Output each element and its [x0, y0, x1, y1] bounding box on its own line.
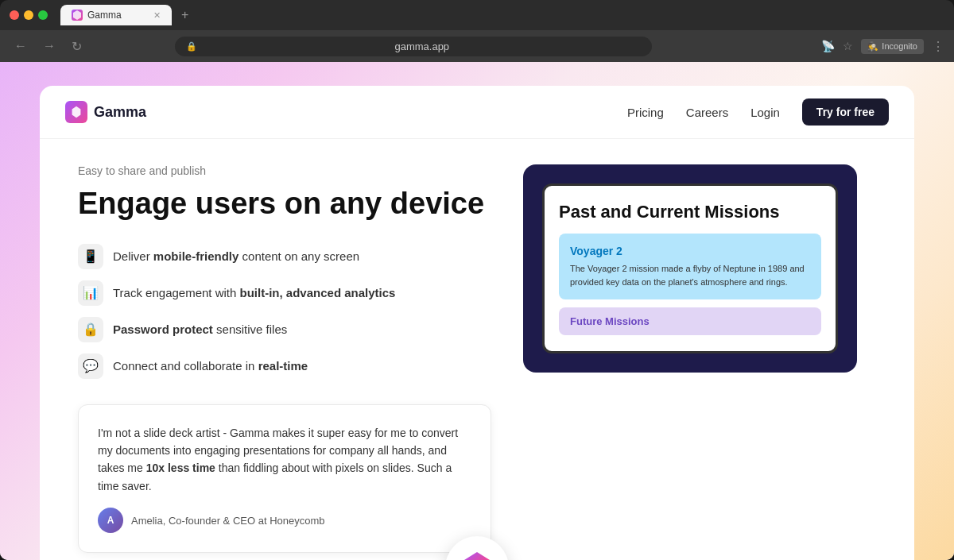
future-card: Future Missions [559, 307, 821, 335]
tab-title: Gamma [87, 10, 122, 21]
feature-text-analytics: Track engagement with built-in, advanced… [113, 286, 395, 299]
eyebrow-text: Easy to share and publish [78, 164, 491, 177]
testimonial-bold: 10x less time [146, 462, 215, 474]
main-heading: Engage users on any device [78, 187, 491, 222]
active-tab[interactable]: Gamma ✕ [60, 5, 172, 25]
voyager-card: Voyager 2 The Voyager 2 mission made a f… [559, 234, 821, 299]
incognito-badge: 🕵️ Incognito [861, 39, 924, 54]
incognito-icon: 🕵️ [867, 41, 878, 52]
author-avatar: A [98, 508, 123, 533]
testimonial-author: A Amelia, Co-founder & CEO at Honeycomb [98, 508, 471, 533]
testimonial-card: I'm not a slide deck artist - Gamma make… [78, 404, 491, 554]
bottom-logo-icon [455, 546, 499, 560]
bottom-logo [445, 536, 509, 560]
toolbar-right: 📡 ☆ 🕵️ Incognito ⋮ [821, 39, 944, 54]
cast-icon[interactable]: 📡 [821, 40, 835, 52]
tab-close-icon[interactable]: ✕ [153, 10, 161, 21]
chat-icon: 💬 [78, 353, 103, 379]
try-for-free-button[interactable]: Try for free [802, 98, 889, 126]
tablet-screen: Past and Current Missions Voyager 2 The … [545, 186, 836, 351]
nav-links: Pricing Careers Login Try for free [627, 98, 889, 126]
feature-list: 📱 Deliver mobile-friendly content on any… [78, 244, 491, 379]
voyager-title: Voyager 2 [570, 245, 810, 257]
testimonial-text: I'm not a slide deck artist - Gamma make… [98, 424, 471, 496]
phone-icon: 📱 [78, 244, 103, 269]
presentation-title: Past and Current Missions [559, 202, 821, 222]
logo[interactable]: Gamma [65, 101, 146, 123]
feature-item-analytics: 📊 Track engagement with built-in, advanc… [78, 280, 491, 306]
author-name: Amelia, Co-founder & CEO at Honeycomb [131, 515, 325, 527]
bottom-logo-container [445, 536, 509, 560]
url-display: gamma.app [204, 41, 641, 52]
minimize-button[interactable] [24, 10, 33, 20]
logo-icon [65, 101, 87, 123]
feature-text-mobile: Deliver mobile-friendly content on any s… [113, 249, 359, 263]
tablet-mockup: Past and Current Missions Voyager 2 The … [542, 183, 838, 353]
back-button[interactable]: ← [10, 36, 32, 56]
browser-toolbar: ← → ↻ 🔒 gamma.app 📡 ☆ 🕵️ Incognito ⋮ [0, 30, 954, 62]
feature-text-password: Password protect sensitive files [113, 322, 287, 336]
main-section: Easy to share and publish Engage users o… [40, 139, 914, 560]
site-nav: Gamma Pricing Careers Login Try for free [40, 86, 914, 139]
forward-button[interactable]: → [38, 36, 60, 56]
future-title: Future Missions [570, 315, 810, 327]
chart-icon: 📊 [78, 280, 103, 306]
logo-text: Gamma [94, 104, 146, 121]
feature-item-collaborate: 💬 Connect and collaborate in real-time [78, 353, 491, 379]
tab-bar: Gamma ✕ + [60, 5, 195, 25]
browser-menu-button[interactable]: ⋮ [932, 39, 944, 54]
nav-link-pricing[interactable]: Pricing [627, 106, 664, 119]
device-container: Past and Current Missions Voyager 2 The … [523, 164, 857, 373]
url-lock-icon: 🔒 [186, 41, 197, 52]
nav-link-login[interactable]: Login [750, 106, 780, 119]
feature-item-password: 🔒 Password protect sensitive files [78, 317, 491, 342]
right-column: Past and Current Missions Voyager 2 The … [523, 164, 857, 373]
new-tab-button[interactable]: + [175, 5, 195, 25]
left-column: Easy to share and publish Engage users o… [78, 164, 491, 553]
incognito-label: Incognito [882, 41, 917, 51]
maximize-button[interactable] [38, 10, 48, 20]
close-button[interactable] [10, 10, 19, 20]
voyager-text: The Voyager 2 mission made a flyby of Ne… [570, 262, 810, 288]
browser-titlebar: Gamma ✕ + [0, 0, 954, 30]
author-initials: A [107, 515, 114, 526]
url-bar[interactable]: 🔒 gamma.app [175, 37, 652, 56]
lock-icon: 🔒 [78, 317, 103, 342]
traffic-lights [10, 10, 48, 20]
nav-link-careers[interactable]: Careers [686, 106, 728, 119]
tab-favicon [72, 10, 83, 21]
page-content: Gamma Pricing Careers Login Try for free… [0, 62, 954, 560]
content-area: Gamma Pricing Careers Login Try for free… [40, 86, 914, 560]
bookmark-icon[interactable]: ☆ [843, 40, 853, 52]
feature-item-mobile: 📱 Deliver mobile-friendly content on any… [78, 244, 491, 269]
reload-button[interactable]: ↻ [67, 36, 87, 57]
feature-text-collaborate: Connect and collaborate in real-time [113, 359, 308, 373]
